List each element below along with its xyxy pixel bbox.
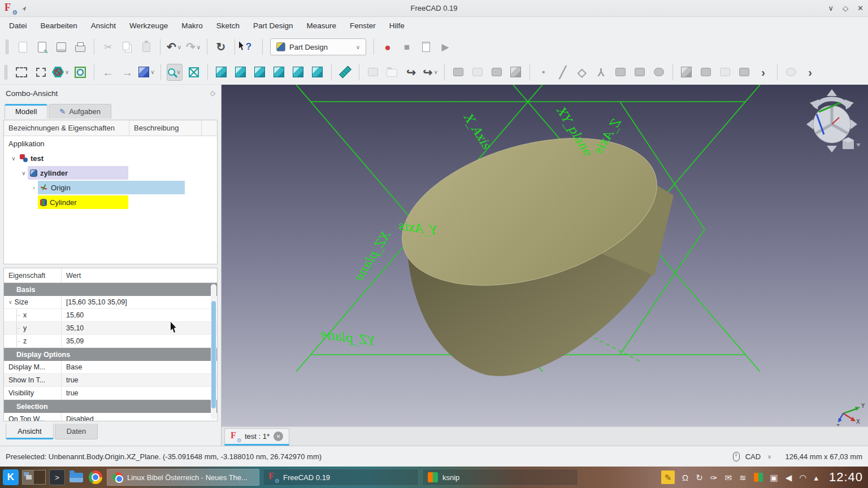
tape-measure-button[interactable] xyxy=(783,64,799,81)
macro-stop-button[interactable]: ■ xyxy=(399,38,415,55)
isometric-view-button[interactable]: ∨ xyxy=(138,64,154,81)
zoom-to-selection-button[interactable] xyxy=(72,64,88,81)
clipping-chevron-icon[interactable]: ∨ xyxy=(65,69,69,75)
macro-edit-button[interactable] xyxy=(418,38,434,55)
prop-row-y[interactable]: y 35,10 xyxy=(4,322,217,335)
prop-row-visibility[interactable]: Visibility true xyxy=(4,387,217,400)
browser-launcher[interactable] xyxy=(88,469,103,485)
maximize-button[interactable]: ◇ xyxy=(843,4,848,12)
menu-fenster[interactable]: Fenster xyxy=(343,19,383,32)
network-tray-icon[interactable]: ≋ xyxy=(739,473,747,482)
undo-chevron-icon[interactable]: ∨ xyxy=(177,44,181,50)
paste-button[interactable] xyxy=(138,38,154,55)
float-panel-icon[interactable]: ◇ xyxy=(210,89,215,97)
prop-group-selection[interactable]: Selection xyxy=(4,400,217,413)
tree-item-zylinder[interactable]: ∨ zylinder xyxy=(4,165,217,180)
nav-style-chevron-icon[interactable]: ∨ xyxy=(767,454,771,460)
minimize-button[interactable]: ∨ xyxy=(828,4,834,12)
prop-z-value[interactable]: 35,09 xyxy=(62,337,217,345)
copy-button[interactable] xyxy=(119,38,135,55)
prop-x-value[interactable]: 15,60 xyxy=(62,311,217,319)
nav-style-label[interactable]: CAD xyxy=(745,452,761,461)
document-tab[interactable]: F⚙ test : 1* ✕ xyxy=(224,428,289,446)
task-chrome[interactable]: Linux Bibel Österreich - Neues The... xyxy=(107,469,259,486)
clone-button[interactable] xyxy=(651,64,667,81)
expand-closed-icon[interactable]: › xyxy=(30,185,38,191)
notes-tray-icon[interactable]: ✎ xyxy=(661,470,675,484)
prop-size-value[interactable]: [15,60 35,10 35,09] xyxy=(62,298,217,306)
nav-forward-button[interactable]: → xyxy=(119,64,135,81)
open-document-button[interactable] xyxy=(34,38,50,55)
volume-tray-icon[interactable]: ◀ xyxy=(785,473,792,482)
import-button[interactable] xyxy=(489,64,505,81)
new-document-button[interactable] xyxy=(15,38,31,55)
toolbar-handle[interactable] xyxy=(6,40,8,54)
notifications-tray-icon[interactable]: Ω xyxy=(682,473,688,482)
pad-button[interactable] xyxy=(679,64,695,81)
create-part-button[interactable] xyxy=(365,64,381,81)
shape-binder-button[interactable] xyxy=(613,64,628,81)
prop-row-display-mode[interactable]: Display M... Base xyxy=(4,361,217,374)
menu-sketch[interactable]: Sketch xyxy=(210,19,246,32)
primitive-box-button[interactable] xyxy=(508,64,524,81)
virtual-desktop-pager[interactable] xyxy=(22,470,46,485)
close-button[interactable]: ✕ xyxy=(857,4,863,12)
menu-ansicht[interactable]: Ansicht xyxy=(84,19,123,32)
menu-part-design[interactable]: Part Design xyxy=(246,19,300,32)
prop-group-basis[interactable]: Basis xyxy=(4,283,217,296)
fit-all-button[interactable]: ∨ xyxy=(167,64,183,81)
size-expander-icon[interactable]: ∨ xyxy=(8,299,12,305)
additive-loft-button[interactable] xyxy=(717,64,733,81)
redo-chevron-icon[interactable]: ∨ xyxy=(197,44,201,50)
toolbar-handle-2[interactable] xyxy=(5,65,7,80)
menu-measure[interactable]: Measure xyxy=(300,19,344,32)
toolbar-overflow2-button[interactable]: › xyxy=(802,64,818,81)
updates-tray-icon[interactable]: ↻ xyxy=(696,473,703,482)
sub-shape-binder-button[interactable] xyxy=(632,64,648,81)
property-scrollbar-thumb[interactable] xyxy=(211,301,216,408)
save-button[interactable] xyxy=(53,38,69,55)
prop-group-display-options[interactable]: Display Options xyxy=(4,348,217,361)
create-body-button[interactable] xyxy=(450,64,466,81)
undo-button[interactable]: ↶∨ xyxy=(166,38,182,55)
tree-item-applikation[interactable]: Applikation xyxy=(4,136,217,151)
3d-viewport[interactable]: X_Axis XY_plane Z_Axis XZ_plane Y_Axis Y… xyxy=(222,85,868,426)
additive-pipe-button[interactable] xyxy=(736,64,752,81)
menu-werkzeuge[interactable]: Werkzeuge xyxy=(123,19,175,32)
prop-show-in-tree-value[interactable]: true xyxy=(62,376,217,384)
media-tray-icon[interactable]: ▣ xyxy=(770,473,778,482)
prop-display-mode-value[interactable]: Base xyxy=(62,363,217,371)
fit-all-chevron-icon[interactable]: ∨ xyxy=(176,69,180,75)
pen-tray-icon[interactable]: ✑ xyxy=(710,473,718,482)
isometric-chevron-icon[interactable]: ∨ xyxy=(150,69,154,75)
view-bottom-button[interactable] xyxy=(290,64,306,81)
wifi-tray-icon[interactable]: ◠ xyxy=(799,473,806,482)
tab-close-icon[interactable]: ✕ xyxy=(274,432,283,441)
menu-hilfe[interactable]: Hilfe xyxy=(383,19,411,32)
file-manager-launcher[interactable] xyxy=(68,469,84,485)
desktop-1[interactable] xyxy=(23,470,34,484)
view-left-button[interactable] xyxy=(310,64,326,81)
desktop-2[interactable] xyxy=(34,470,45,484)
prop-on-top-value[interactable]: Disabled xyxy=(62,415,217,421)
task-freecad[interactable]: F⚙ FreeCAD 0.19 xyxy=(263,469,419,486)
app-launcher-button[interactable]: K xyxy=(3,469,19,485)
make-link-button[interactable]: ↪ xyxy=(403,64,419,81)
property-scrollbar[interactable] xyxy=(211,284,216,420)
tree-col-labels[interactable]: Bezeichnungen & Eigenschaften xyxy=(4,120,129,136)
prop-row-on-top[interactable]: On Top W... Disabled xyxy=(4,413,217,421)
refresh-button[interactable]: ↻ xyxy=(213,38,229,55)
datum-plane-button[interactable]: ◇ xyxy=(574,64,590,81)
ksnip-tray-icon[interactable] xyxy=(754,473,763,482)
clock[interactable]: 12:40 xyxy=(829,470,863,485)
menu-datei[interactable]: Datei xyxy=(2,19,34,32)
cut-button[interactable]: ✂ xyxy=(100,38,116,55)
menu-makro[interactable]: Makro xyxy=(175,19,210,32)
tree-col-description[interactable]: Beschreibung xyxy=(129,120,202,136)
measure-button[interactable] xyxy=(337,64,353,81)
prop-row-size[interactable]: ∨Size [15,60 35,10 35,09] xyxy=(4,296,217,309)
menu-bearbeiten[interactable]: Bearbeiten xyxy=(34,19,84,32)
create-sketch-button[interactable] xyxy=(470,64,485,81)
prop-visibility-value[interactable]: true xyxy=(62,389,217,397)
make-link-group-button[interactable]: ↪∨ xyxy=(423,64,439,81)
